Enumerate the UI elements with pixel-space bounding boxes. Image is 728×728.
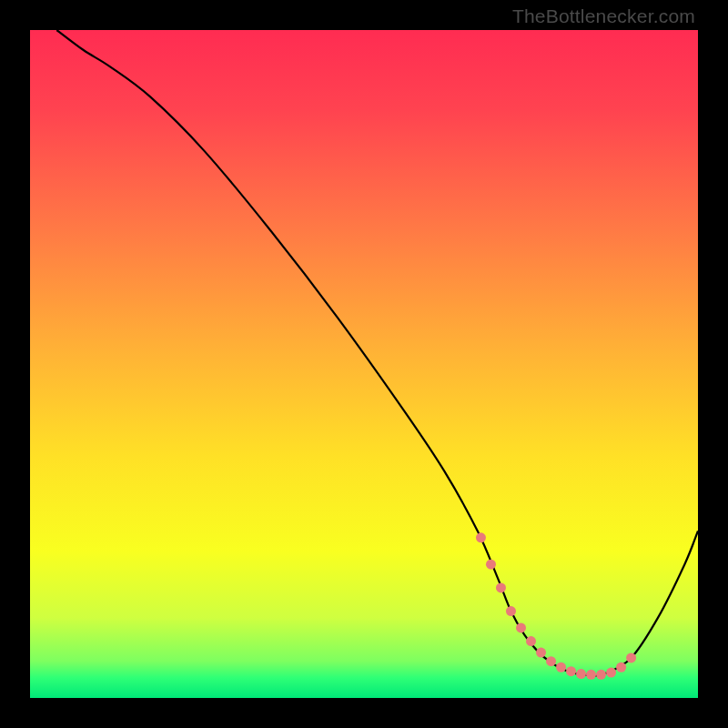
watermark-text: TheBottleneсker.com: [512, 5, 695, 27]
highlight-dot: [616, 662, 626, 672]
highlight-dot: [476, 532, 486, 542]
highlight-dot: [526, 636, 536, 646]
chart-frame: [30, 30, 698, 698]
highlight-dot: [496, 582, 506, 592]
highlight-dot: [506, 606, 516, 616]
highlight-dot: [566, 666, 576, 676]
highlight-dot: [586, 670, 596, 680]
highlight-dot: [486, 560, 496, 570]
highlight-dot: [606, 668, 616, 678]
highlight-dot: [626, 652, 636, 662]
chart-svg: [30, 30, 698, 698]
highlight-dot: [546, 656, 556, 666]
highlight-dot: [556, 662, 566, 672]
highlight-dot: [536, 648, 546, 658]
gradient-background: [30, 30, 698, 698]
highlight-dot: [516, 622, 526, 632]
highlight-dot: [596, 670, 606, 680]
highlight-dot: [576, 669, 586, 679]
